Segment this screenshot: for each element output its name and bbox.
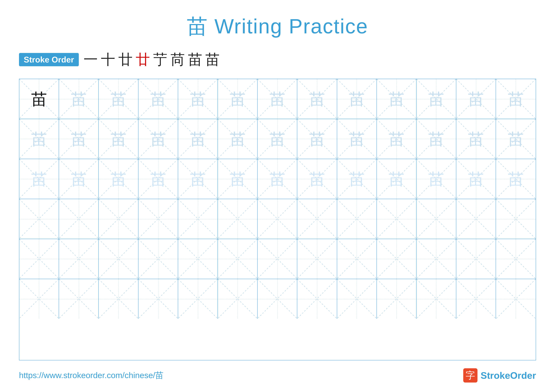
svg-line-92 (297, 199, 337, 238)
grid-cell-5-5[interactable] (178, 239, 218, 279)
practice-char: 苗 (388, 131, 404, 147)
grid-cell-6-8[interactable] (297, 279, 337, 319)
svg-line-149 (377, 279, 416, 319)
grid-cell-3-6[interactable]: 苗 (218, 159, 258, 199)
title-char: 苗 (187, 15, 208, 38)
grid-cell-6-7[interactable] (258, 279, 297, 319)
grid-cell-6-9[interactable] (337, 279, 377, 319)
grid-cell-2-1[interactable]: 苗 (19, 119, 59, 159)
grid-cell-5-10[interactable] (377, 239, 416, 279)
grid-cell-5-13[interactable] (496, 239, 536, 279)
svg-line-151 (416, 279, 456, 319)
grid-cell-3-11[interactable]: 苗 (416, 159, 456, 199)
grid-cell-4-9[interactable] (337, 199, 377, 239)
practice-char: 苗 (31, 91, 47, 107)
grid-cell-5-6[interactable] (218, 239, 258, 279)
grid-cell-4-13[interactable] (496, 199, 536, 239)
grid-cell-2-8[interactable]: 苗 (297, 119, 337, 159)
grid-cell-2-5[interactable]: 苗 (178, 119, 218, 159)
grid-cell-1-9[interactable]: 苗 (337, 79, 377, 119)
grid-cell-5-12[interactable] (456, 239, 496, 279)
grid-cell-2-6[interactable]: 苗 (218, 119, 258, 159)
grid-cell-6-13[interactable] (496, 279, 536, 319)
grid-cell-3-9[interactable]: 苗 (337, 159, 377, 199)
grid-cell-1-10[interactable]: 苗 (377, 79, 416, 119)
grid-cell-6-4[interactable] (139, 279, 178, 319)
practice-char: 苗 (309, 131, 325, 147)
grid-cell-6-2[interactable] (59, 279, 99, 319)
stroke-5: 艼 (153, 50, 167, 69)
grid-cell-5-7[interactable] (258, 239, 297, 279)
grid-cell-4-5[interactable] (178, 199, 218, 239)
svg-line-83 (99, 199, 138, 238)
grid-cell-3-7[interactable]: 苗 (258, 159, 297, 199)
grid-cell-6-1[interactable] (19, 279, 59, 319)
grid-cell-4-10[interactable] (377, 199, 416, 239)
grid-cell-2-3[interactable]: 苗 (99, 119, 139, 159)
grid-cell-3-13[interactable]: 苗 (496, 159, 536, 199)
grid-cell-4-1[interactable] (19, 199, 59, 239)
grid-cell-5-3[interactable] (99, 239, 139, 279)
grid-cell-4-8[interactable] (297, 199, 337, 239)
grid-cell-3-1[interactable]: 苗 (19, 159, 59, 199)
grid-cell-4-2[interactable] (59, 199, 99, 239)
grid-cell-5-1[interactable] (19, 239, 59, 279)
grid-cell-2-10[interactable]: 苗 (377, 119, 416, 159)
grid-cell-1-7[interactable]: 苗 (258, 79, 297, 119)
grid-cell-1-1[interactable]: 苗 (19, 79, 59, 119)
grid-cell-4-11[interactable] (416, 199, 456, 239)
grid-cell-3-10[interactable]: 苗 (377, 159, 416, 199)
grid-cell-4-7[interactable] (258, 199, 297, 239)
grid-cell-1-11[interactable]: 苗 (416, 79, 456, 119)
grid-cell-3-3[interactable]: 苗 (99, 159, 139, 199)
grid-cell-2-4[interactable]: 苗 (139, 119, 178, 159)
grid-cell-1-5[interactable]: 苗 (178, 79, 218, 119)
practice-char: 苗 (468, 91, 484, 107)
grid-cell-5-2[interactable] (59, 239, 99, 279)
svg-line-113 (178, 239, 218, 278)
svg-line-101 (456, 199, 496, 238)
stroke-8: 苗 (205, 50, 219, 69)
grid-cell-6-6[interactable] (218, 279, 258, 319)
grid-cell-1-6[interactable]: 苗 (218, 79, 258, 119)
grid-cell-2-2[interactable]: 苗 (59, 119, 99, 159)
grid-cell-3-2[interactable]: 苗 (59, 159, 99, 199)
practice-char: 苗 (428, 91, 444, 107)
grid-cell-1-12[interactable]: 苗 (456, 79, 496, 119)
grid-cell-2-12[interactable]: 苗 (456, 119, 496, 159)
svg-line-126 (456, 239, 496, 278)
grid-cell-1-4[interactable]: 苗 (139, 79, 178, 119)
grid-cell-4-6[interactable] (218, 199, 258, 239)
grid-cell-5-11[interactable] (416, 239, 456, 279)
grid-cell-6-10[interactable] (377, 279, 416, 319)
grid-cell-6-11[interactable] (416, 279, 456, 319)
grid-row-4 (19, 199, 536, 239)
svg-line-143 (258, 279, 297, 319)
grid-cell-4-12[interactable] (456, 199, 496, 239)
grid-cell-2-9[interactable]: 苗 (337, 119, 377, 159)
grid-cell-1-2[interactable]: 苗 (59, 79, 99, 119)
footer-url[interactable]: https://www.strokeorder.com/chinese/苗 (19, 370, 163, 381)
grid-cell-4-3[interactable] (99, 199, 139, 239)
grid-cell-2-13[interactable]: 苗 (496, 119, 536, 159)
grid-cell-3-4[interactable]: 苗 (139, 159, 178, 199)
grid-cell-5-9[interactable] (337, 239, 377, 279)
svg-line-95 (337, 199, 377, 238)
grid-cell-6-12[interactable] (456, 279, 496, 319)
stroke-2: 十 (101, 50, 115, 69)
practice-char: 苗 (508, 131, 524, 147)
grid-cell-2-7[interactable]: 苗 (258, 119, 297, 159)
grid-cell-1-3[interactable]: 苗 (99, 79, 139, 119)
grid-cell-3-12[interactable]: 苗 (456, 159, 496, 199)
grid-cell-6-3[interactable] (99, 279, 139, 319)
grid-cell-5-4[interactable] (139, 239, 178, 279)
grid-cell-3-5[interactable]: 苗 (178, 159, 218, 199)
grid-cell-1-8[interactable]: 苗 (297, 79, 337, 119)
svg-line-99 (416, 199, 456, 238)
grid-cell-2-11[interactable]: 苗 (416, 119, 456, 159)
grid-cell-6-5[interactable] (178, 279, 218, 319)
grid-cell-4-4[interactable] (139, 199, 178, 239)
grid-cell-1-13[interactable]: 苗 (496, 79, 536, 119)
grid-cell-3-8[interactable]: 苗 (297, 159, 337, 199)
grid-cell-5-8[interactable] (297, 239, 337, 279)
